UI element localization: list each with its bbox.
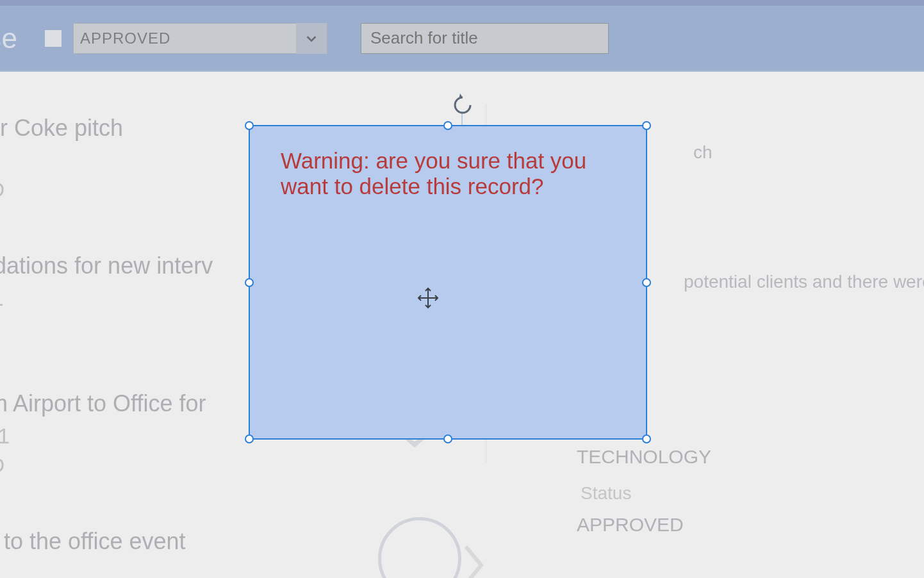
page-title-fragment: se [0,22,26,54]
resize-handle-tm[interactable] [443,121,452,130]
resize-handle-tr[interactable] [642,121,651,130]
main-canvas-area: h for Coke pitch 022 OVED modations for … [0,72,924,578]
status-label: Status [581,483,924,504]
status-filter-dropdown[interactable]: APPROVED [73,23,327,54]
resize-handle-tl[interactable] [245,121,254,130]
move-cursor-icon [417,286,440,312]
chevron-down-icon[interactable] [296,23,327,54]
app-header: se APPROVED [0,6,924,72]
warning-dialog-selected[interactable]: Warning: are you sure that you want to d… [249,125,647,440]
category-value: TECHNOLOGY [577,446,924,468]
chevron-right-icon[interactable] [462,543,488,578]
detail-text-fragment: ch [693,142,924,163]
detail-text-fragment: potential clients and there were 6 of u [684,272,924,292]
dropdown-selected-value: APPROVED [80,29,170,47]
resize-handle-bm[interactable] [443,434,452,443]
resize-handle-mr[interactable] [642,278,651,287]
warning-text: Warning: are you sure that you want to d… [250,126,646,200]
status-value: APPROVED [577,514,924,536]
resize-handle-br[interactable] [642,434,651,443]
resize-handle-ml[interactable] [245,278,254,287]
filter-checkbox[interactable] [45,30,62,47]
record-detail-panel: ch potential clients and there were 6 of… [616,142,924,536]
rotate-handle-icon[interactable] [449,91,477,119]
window-top-strip [0,0,924,6]
resize-handle-bl[interactable] [245,434,254,443]
search-input[interactable] [361,23,609,54]
